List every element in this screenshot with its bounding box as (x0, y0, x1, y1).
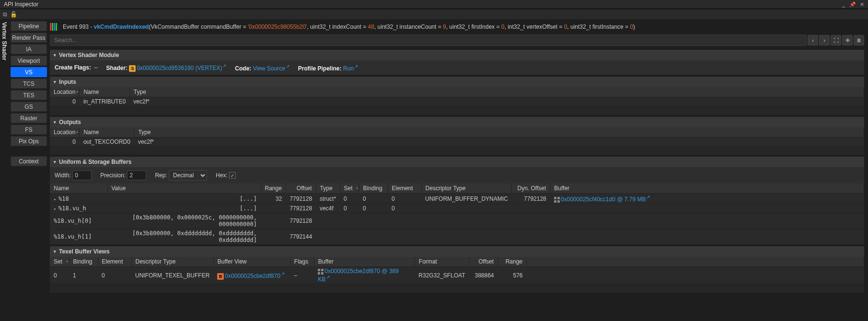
table-row[interactable]: %18.vu_h[1][0x3b800000, 0xdddddddd, 0xdd… (50, 229, 864, 245)
texel-table: Set▴ Binding Element Descriptor Type Buf… (50, 257, 864, 293)
section-buffers-header[interactable]: ▾Uniform & Storage Buffers (50, 157, 864, 167)
collapse-icon[interactable]: ⁜ (842, 35, 853, 46)
sidebar-item-viewport[interactable]: Viewport (11, 56, 47, 66)
window-toolbar: ⧉ 🔓 (0, 9, 868, 19)
sidebar-item-ia[interactable]: IA (11, 44, 47, 54)
table-row[interactable]: ▾%18[...]327792128struct*000UNIFORM_BUFF… (50, 194, 864, 204)
rep-select[interactable]: Decimal (169, 170, 207, 181)
event-line: Event 993 - vkCmdDrawIndexed(VkCommandBu… (50, 21, 864, 34)
copy-icon[interactable]: ⧉ (3, 11, 7, 18)
col-name: Name (80, 127, 134, 138)
hex-checkbox[interactable]: ✓ (229, 172, 236, 179)
buffer-link[interactable]: 0x0000025cf40cc1d0 @ 7.79 MB (561, 196, 646, 203)
section-module-header[interactable]: ▾Vertex Shader Module (50, 50, 864, 60)
buffer-view-link[interactable]: 0x0000025cbe2df870 (225, 273, 280, 279)
export-icon[interactable]: 🗎 (854, 35, 864, 46)
sidebar-item-tes[interactable]: TES (11, 90, 47, 100)
col-type: Type (134, 127, 864, 138)
view-source-link[interactable]: View Source (253, 65, 285, 72)
table-row[interactable]: ▾%18.vu_h[...]7792128vec4f000 (50, 204, 864, 213)
table-row[interactable]: 010UNIFORM_TEXEL_BUFFERB0x0000025cbe2df8… (50, 267, 864, 284)
col-type: Type (129, 87, 864, 97)
buffer-icon (554, 197, 560, 203)
width-input[interactable] (72, 171, 92, 180)
table-row[interactable]: %18.vu_h[0][0x3b800000, 0x0000025c, 0000… (50, 213, 864, 229)
event-text: Event 993 - vkCmdDrawIndexed(VkCommandBu… (63, 23, 635, 30)
col-name: Name (80, 87, 129, 97)
buffer-link[interactable]: 0x0000025cbe2df870 @ 389 KB (318, 268, 398, 283)
event-call-link[interactable]: vkCmdDrawIndexed (94, 23, 149, 30)
sidebar-item-fs[interactable]: FS (11, 125, 47, 135)
col-location: Location▴ (50, 127, 80, 138)
sidebar-item-render-pass[interactable]: Render Pass (11, 33, 47, 43)
lock-icon[interactable]: 🔓 (10, 11, 17, 18)
sidebar-item-context[interactable]: Context (11, 156, 47, 166)
sidebar-item-raster[interactable]: Raster (11, 113, 47, 123)
outputs-table: Location▴ Name Type 0out_TEXCOORD0vec2f* (50, 127, 864, 155)
nav-next-icon[interactable]: › (819, 35, 830, 46)
pin-icon[interactable]: 📌 (849, 1, 856, 8)
fullscreen-icon[interactable]: ⛶ (831, 35, 841, 46)
module-flags-row: Create Flags: – Shader: S0x0000025cd9536… (50, 60, 864, 75)
sidebar-item-pix-ops[interactable]: Pix Ops (11, 136, 47, 146)
close-icon[interactable]: ✕ (860, 1, 864, 8)
profile-run-link[interactable]: Run (343, 65, 354, 72)
sidebar-item-gs[interactable]: GS (11, 102, 47, 112)
col-location: Location▴ (50, 87, 80, 97)
buffers-table: Name Value Range Offset Type Set▴ Bindin… (50, 183, 864, 244)
section-texel-header[interactable]: ▾Texel Buffer Views (50, 246, 864, 257)
buffer-badge-icon: B (217, 273, 224, 280)
search-input[interactable] (50, 34, 807, 46)
section-inputs-header[interactable]: ▾Inputs (50, 77, 864, 87)
sidebar-item-pipeline[interactable]: Pipeline (11, 21, 47, 31)
shader-badge-icon: S (129, 65, 136, 72)
table-row[interactable]: 0in_ATTRIBUTE0vec2f* (50, 97, 864, 106)
shader-link[interactable]: 0x0000025cd9536190 (VERTEX) (137, 65, 222, 71)
stage-vertical-label: Vertex Shader (0, 19, 9, 321)
table-row[interactable]: 0out_TEXCOORD0vec2f* (50, 137, 864, 146)
inputs-table: Location▴ Name Type 0in_ATTRIBUTE0vec2f* (50, 87, 864, 115)
main-panel: Event 993 - vkCmdDrawIndexed(VkCommandBu… (50, 19, 868, 321)
buffers-controls: Width: Precision: Rep: Decimal Hex: ✓ (50, 167, 864, 183)
buffer-icon (318, 269, 324, 275)
section-outputs-header[interactable]: ▾Outputs (50, 117, 864, 127)
nav-prev-icon[interactable]: ‹ (808, 35, 818, 46)
minimize-icon[interactable]: ⎯ (842, 1, 845, 8)
event-color-bars (50, 23, 59, 31)
sidebar-item-tcs[interactable]: TCS (11, 79, 47, 89)
sidebar-item-vs[interactable]: VS (11, 67, 47, 77)
window-title: API Inspector (4, 1, 842, 8)
window-title-bar: API Inspector ⎯ 📌 ✕ (0, 0, 868, 9)
sidebar: PipelineRender PassIAViewportVSTCSTESGSR… (9, 19, 50, 321)
precision-input[interactable] (127, 171, 146, 180)
